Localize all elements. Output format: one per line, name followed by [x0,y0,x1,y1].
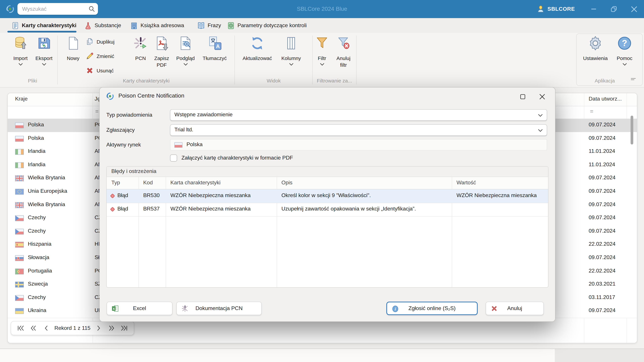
col-opis[interactable]: Opis [282,180,292,186]
pcn-dialog: Poison Centre Notification Typ powiadomi… [99,87,556,322]
username-label: SBLCORE [548,6,575,12]
tab-frazy[interactable]: Frazy [197,18,221,33]
group-label-aplikacja: Aplikacja [576,78,633,83]
excel-button[interactable]: X Excel [107,302,172,315]
se-flag-icon [15,282,24,288]
country-name: Polska [28,122,44,128]
zglosic-online-button[interactable]: i Zgłosić online (S₂S) [386,302,478,315]
column-header-data[interactable]: Data utworz... [589,96,622,102]
duplikuj-button[interactable]: Duplikuj [86,37,114,46]
country-name: Unia Europejska [28,188,67,194]
created-date: 11.01.2024 [589,148,615,154]
country-name: Polska [28,135,44,141]
attach-pdf-label: Załączyć kartę charakterystyki w formaci… [182,155,293,161]
cz-flag-icon [15,229,24,235]
eu-flag-icon [15,189,24,195]
col-karta[interactable]: Karta charakterystyki [170,180,220,186]
new-document-icon [62,35,85,53]
tab-karty-charakterystyki[interactable]: Karty charakterystyki [12,18,76,33]
nowy-button[interactable]: Nowy [62,35,85,62]
ie-flag-icon [15,162,24,168]
last-record-button[interactable] [120,324,128,333]
pl-flag-icon [15,122,24,128]
created-date: 09.07.2024 [589,175,616,181]
prev-page-button[interactable] [29,324,38,333]
ua-flag-icon [15,308,24,314]
created-date: 09.07.2024 [589,201,616,207]
dialog-logo-icon [106,92,114,100]
ie-flag-icon [15,149,24,155]
menu-icon[interactable] [630,78,636,82]
zmienic-button[interactable]: Zmienić [86,52,114,60]
field-label-aktywny-rynek: Aktywny rynek [106,142,141,148]
close-button[interactable] [624,0,644,18]
error-sds-name: WZÓR Niebezpieczna mieszanka [170,192,276,198]
chevron-down-icon [320,63,324,66]
vertical-scrollbar[interactable] [630,116,633,144]
next-record-button[interactable] [94,324,103,333]
delete-x-icon [86,66,94,75]
tab-ksiazka-adresowa[interactable]: Książka adresowa [130,18,184,33]
country-name: Irlandia [28,162,46,168]
country-name: Czechy [28,294,46,300]
aktywny-rynek-field[interactable]: Polska [170,139,547,150]
anuluj-filtr-button[interactable]: Anuluj filtr [330,35,357,68]
created-date: 09.07.2024 [589,228,616,234]
dialog-close-button[interactable] [538,92,546,101]
created-date: 09.07.2024 [589,308,616,314]
sk-flag-icon [15,255,24,261]
refresh-icon [236,35,279,53]
svg-text:A: A [216,43,220,49]
maximize-button[interactable] [604,0,624,18]
anuluj-button[interactable]: Anuluj [486,302,544,315]
aktualizowac-button[interactable]: Aktualizować [236,35,279,62]
prev-record-button[interactable] [42,324,50,333]
dokumentacja-pcn-button[interactable]: Dokumentacja PCN [176,302,262,315]
first-record-button[interactable] [16,324,25,333]
dialog-maximize-button[interactable] [518,92,527,101]
eksport-button[interactable]: Eksport [30,35,58,66]
error-sds-name: WZÓR Niebezpieczna mieszanka [170,206,276,212]
error-description: Określ kolor w sekcji 9 "Właściwości". [282,192,451,198]
col-wartosc[interactable]: Wartość [456,180,476,186]
minimize-button[interactable] [584,0,604,18]
country-name: Irlandia [28,148,46,154]
kolumny-button[interactable]: Kolumny [274,35,308,66]
attach-pdf-checkbox[interactable] [170,155,177,162]
error-row-BR537[interactable]: BłądBR537WZÓR Niebezpieczna mieszankaUzu… [107,203,548,217]
created-date: 22.02.2024 [589,268,616,274]
country-name: Szwecja [28,281,48,287]
building-icon [130,22,138,29]
flask-icon [84,22,92,29]
help-icon: ? [611,35,638,53]
tab-parametry-kontroli[interactable]: Parametry dotyczące kontroli [227,18,307,33]
poland-flag-icon [174,142,182,148]
error-type: Błąd [118,206,138,212]
group-label-widok: Widok [235,78,312,83]
excel-icon: X [111,305,119,312]
field-label-zglaszajacy: Zgłaszający [106,127,135,133]
tab-substancje[interactable]: Substancje [84,18,121,33]
tlumaczyc-button[interactable]: A Tłumaczyć [196,35,233,62]
chevron-down-icon [538,114,543,117]
typ-powiadomienia-dropdown[interactable]: Wstępne zawiadomienie [170,109,547,121]
user-account[interactable]: SBLCORE [537,5,575,13]
zglaszajacy-dropdown[interactable]: Trial ltd. [170,124,547,136]
field-label-typ: Typ powiadomienia [106,112,152,118]
duplicate-icon [86,37,94,46]
usunac-button[interactable]: Usunąć [86,66,114,75]
svg-text:X: X [113,307,115,311]
error-type: Błąd [118,192,138,198]
ustawienia-button[interactable]: Ustawienia [577,35,614,62]
col-typ[interactable]: Typ [111,180,120,186]
filter-operator-icon: = [95,108,98,115]
chevron-down-icon [42,63,46,66]
app-window: SBLCore 2024 Blue SBLCORE [0,0,644,362]
error-row-BR530[interactable]: BłądBR530WZÓR Niebezpieczna mieszankaOkr… [107,189,548,203]
next-page-button[interactable] [107,324,116,333]
col-kod[interactable]: Kod [143,180,153,186]
datasheet-icon [12,22,19,29]
pomoc-button[interactable]: ? Pomoc [611,35,638,66]
column-header-kraje[interactable]: Kraje [15,96,28,102]
group-label-pliki: Pliki [7,78,58,83]
